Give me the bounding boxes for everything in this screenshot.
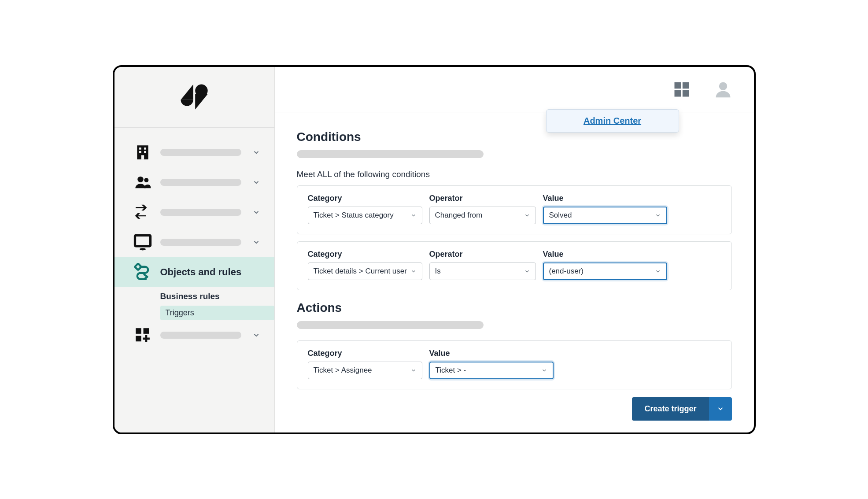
sidebar-item-label: Objects and rules — [160, 266, 242, 278]
svg-rect-8 — [135, 235, 150, 246]
topbar — [275, 67, 754, 112]
conditions-all-label: Meet ALL of the following conditions — [297, 170, 732, 179]
select-category[interactable]: Ticket > Status category — [308, 207, 422, 224]
footer: Create trigger — [297, 397, 732, 421]
svg-rect-16 — [674, 90, 681, 97]
label-category: Category — [308, 250, 422, 259]
sidebar-item-people[interactable] — [115, 167, 274, 197]
admin-center-popover[interactable]: Admin Center — [546, 109, 679, 133]
create-trigger-button[interactable]: Create trigger — [632, 397, 709, 421]
select-value: Ticket > - — [436, 366, 466, 375]
svg-point-7 — [144, 178, 148, 182]
actions-title: Actions — [297, 301, 732, 315]
chevron-down-icon — [524, 212, 530, 218]
select-value-field[interactable]: Ticket > - — [429, 362, 554, 379]
chevron-down-icon — [655, 212, 661, 218]
select-value-field[interactable]: (end-user) — [543, 262, 667, 280]
placeholder — [297, 321, 484, 329]
select-operator[interactable]: Is — [429, 262, 536, 280]
select-value: Ticket > Assignee — [314, 366, 372, 375]
people-icon — [133, 173, 152, 192]
chevron-down-icon — [252, 208, 260, 216]
sidebar-subnav: Business rules Triggers — [115, 287, 274, 320]
svg-point-9 — [140, 248, 146, 250]
sidebar-item-apps[interactable] — [115, 320, 274, 350]
sidebar-item-account[interactable] — [115, 137, 274, 167]
label-operator: Operator — [429, 250, 536, 259]
placeholder — [297, 150, 484, 158]
chevron-down-icon — [252, 331, 260, 339]
svg-rect-4 — [144, 151, 146, 153]
condition-row: Category Ticket details > Current user O… — [297, 241, 732, 290]
sidebar-item-channels[interactable] — [115, 197, 274, 227]
chevron-down-icon — [252, 238, 260, 246]
sidebar-item-workspaces[interactable] — [115, 227, 274, 257]
building-icon — [133, 143, 152, 162]
monitor-icon — [133, 233, 152, 252]
main: Admin Center Conditions Meet ALL of the … — [275, 67, 754, 432]
zendesk-logo-icon — [179, 81, 210, 112]
apps-grid-icon[interactable] — [672, 80, 691, 99]
select-value: Changed from — [435, 211, 483, 220]
logo-area — [115, 67, 274, 128]
sidebar: Objects and rules Business rules Trigger… — [115, 67, 275, 432]
label-category: Category — [308, 194, 422, 203]
svg-point-18 — [719, 82, 727, 90]
select-value-field[interactable]: Solved — [543, 207, 667, 224]
subnav-item-triggers[interactable]: Triggers — [160, 306, 274, 320]
chevron-down-icon — [410, 268, 417, 274]
label-category: Category — [308, 349, 422, 358]
label-operator: Operator — [429, 194, 536, 203]
chevron-down-icon — [541, 367, 547, 373]
select-value: Ticket details > Current user — [314, 267, 407, 276]
sidebar-item-objects-rules[interactable]: Objects and rules — [115, 257, 274, 287]
condition-row: Category Ticket > Status category Operat… — [297, 185, 732, 234]
chevron-down-icon — [524, 268, 530, 274]
svg-rect-15 — [682, 82, 689, 89]
select-category[interactable]: Ticket > Assignee — [308, 362, 422, 379]
chevron-down-icon — [252, 178, 260, 186]
svg-rect-5 — [141, 155, 144, 159]
select-category[interactable]: Ticket details > Current user — [308, 262, 422, 280]
svg-rect-1 — [139, 147, 141, 149]
svg-rect-13 — [136, 336, 141, 341]
svg-point-6 — [137, 176, 143, 182]
create-trigger-split-button[interactable] — [709, 397, 732, 421]
select-operator[interactable]: Changed from — [429, 207, 536, 224]
arrows-icon — [133, 203, 152, 222]
placeholder — [160, 332, 241, 339]
svg-rect-14 — [674, 82, 681, 89]
action-row: Category Ticket > Assignee Value Ticket … — [297, 340, 732, 389]
apps-plus-icon — [133, 325, 152, 345]
select-value: Solved — [549, 211, 572, 220]
select-value: Ticket > Status category — [314, 211, 394, 220]
chevron-down-icon — [655, 268, 661, 274]
chevron-down-icon — [717, 405, 724, 413]
label-value: Value — [543, 250, 667, 259]
content: Conditions Meet ALL of the following con… — [275, 112, 754, 432]
svg-rect-12 — [143, 328, 149, 334]
svg-rect-17 — [682, 90, 689, 97]
chevron-down-icon — [252, 148, 260, 156]
label-value: Value — [429, 349, 554, 358]
placeholder — [160, 179, 241, 186]
flow-icon — [133, 262, 152, 282]
sidebar-nav: Objects and rules Business rules Trigger… — [115, 128, 274, 350]
admin-center-link[interactable]: Admin Center — [584, 116, 641, 126]
chevron-down-icon — [410, 367, 417, 373]
select-value: Is — [435, 267, 441, 276]
placeholder — [160, 209, 241, 216]
placeholder — [160, 149, 241, 156]
subnav-heading: Business rules — [160, 287, 274, 306]
placeholder — [160, 239, 241, 246]
select-value: (end-user) — [549, 267, 584, 276]
chevron-down-icon — [410, 212, 417, 218]
svg-rect-11 — [136, 328, 141, 334]
user-avatar-icon[interactable] — [713, 80, 733, 99]
svg-rect-2 — [144, 147, 146, 149]
label-value: Value — [543, 194, 667, 203]
svg-rect-3 — [139, 151, 141, 153]
